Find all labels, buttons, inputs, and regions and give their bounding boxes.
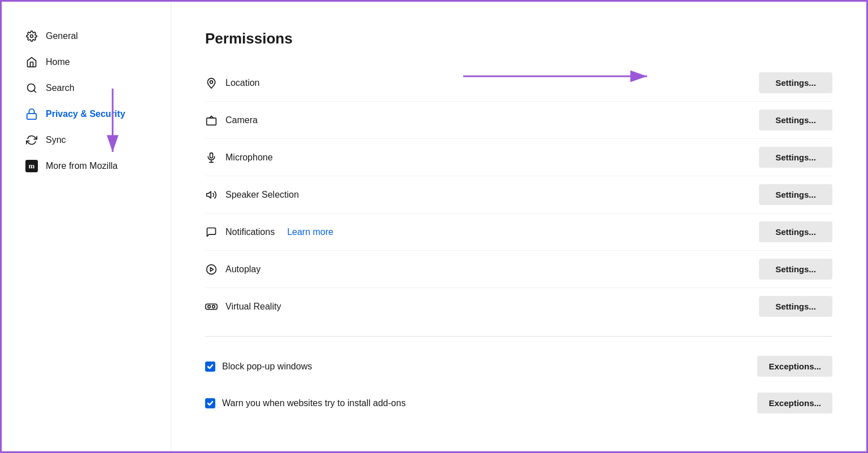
sidebar-item-general[interactable]: General [19,24,159,48]
permission-left-location: Location [205,77,260,89]
svg-point-13 [208,305,211,308]
permission-label-vr: Virtual Reality [225,302,281,312]
location-settings-button[interactable]: Settings... [759,72,832,93]
svg-point-0 [31,35,33,38]
permission-row-virtual-reality: Virtual Reality Settings... [205,288,832,325]
svg-rect-3 [27,114,37,119]
permission-label-camera: Camera [225,115,258,125]
permission-row-microphone: Microphone Settings... [205,139,832,176]
camera-settings-button[interactable]: Settings... [759,110,832,130]
svg-marker-11 [210,267,213,271]
sidebar-item-more-from-mozilla[interactable]: m More from Mozilla [19,154,159,178]
svg-rect-5 [207,117,216,125]
permission-left-camera: Camera [205,114,258,127]
sidebar-item-label-sync: Sync [46,135,66,145]
location-icon [205,77,218,89]
sidebar-item-label-more-from-mozilla: More from Mozilla [46,161,118,171]
permission-left-autoplay: Autoplay [205,263,261,276]
autoplay-icon [205,263,218,276]
permission-label-autoplay: Autoplay [225,264,261,275]
sync-icon [25,134,38,146]
gear-icon [25,30,38,42]
checkbox-row-warn-addons: Warn you when websites try to install ad… [205,385,832,421]
checkbox-left-warn-addons: Warn you when websites try to install ad… [205,398,406,408]
sidebar: General Home Search [2,2,171,451]
svg-line-2 [34,90,36,93]
microphone-settings-button[interactable]: Settings... [759,147,832,168]
camera-icon [205,114,218,127]
vr-settings-button[interactable]: Settings... [759,296,832,317]
sidebar-item-sync[interactable]: Sync [19,128,159,152]
permission-left-vr: Virtual Reality [205,300,281,313]
warn-addons-checkbox[interactable] [205,398,215,408]
main-content: Permissions Location Settings... [171,2,866,451]
search-icon [25,82,38,94]
permission-row-camera: Camera Settings... [205,102,832,139]
checkboxes-list: Block pop-up windows Exceptions... Warn … [205,348,832,421]
speaker-settings-button[interactable]: Settings... [759,184,832,205]
block-popups-exceptions-button[interactable]: Exceptions... [757,356,832,377]
checkbox-row-block-popups: Block pop-up windows Exceptions... [205,348,832,385]
permission-left-notifications: Notifications Learn more [205,226,333,238]
mozilla-icon: m [25,160,38,172]
svg-point-14 [212,305,215,308]
sidebar-item-privacy-security[interactable]: Privacy & Security [19,102,159,126]
permission-row-notifications: Notifications Learn more Settings... [205,214,832,251]
speaker-icon [205,189,218,201]
svg-point-10 [207,264,216,274]
autoplay-settings-button[interactable]: Settings... [759,259,832,280]
notifications-icon [205,226,218,238]
vr-icon [205,300,218,313]
svg-point-4 [210,80,213,83]
sidebar-item-search[interactable]: Search [19,76,159,100]
permissions-list: Location Settings... Camera Settings... [205,64,832,325]
permissions-title: Permissions [205,30,832,47]
permission-label-speaker: Speaker Selection [225,190,299,200]
block-popups-label: Block pop-up windows [222,361,312,372]
permission-row-location: Location Settings... [205,64,832,102]
permission-label-microphone: Microphone [225,153,273,163]
sidebar-item-home[interactable]: Home [19,50,159,74]
warn-addons-label: Warn you when websites try to install ad… [222,398,406,408]
sidebar-item-label-general: General [46,31,78,41]
permission-row-speaker: Speaker Selection Settings... [205,176,832,214]
permission-label-notifications: Notifications [225,227,275,237]
home-icon [25,56,38,68]
lock-icon [25,108,38,120]
svg-rect-6 [210,153,213,158]
permission-left-speaker: Speaker Selection [205,189,299,201]
microphone-icon [205,151,218,164]
sidebar-item-label-privacy-security: Privacy & Security [46,109,125,119]
permission-left-microphone: Microphone [205,151,273,164]
sidebar-item-label-search: Search [46,83,75,93]
svg-marker-9 [207,191,211,198]
svg-rect-12 [206,304,217,309]
block-popups-checkbox[interactable] [205,361,215,372]
warn-addons-exceptions-button[interactable]: Exceptions... [757,393,832,413]
sidebar-item-label-home: Home [46,57,70,67]
notifications-learn-more-link[interactable]: Learn more [287,227,333,237]
checkbox-left-block-popups: Block pop-up windows [205,361,312,372]
permission-row-autoplay: Autoplay Settings... [205,251,832,288]
notifications-settings-button[interactable]: Settings... [759,221,832,242]
section-divider [205,336,832,337]
permission-label-location: Location [225,78,260,88]
